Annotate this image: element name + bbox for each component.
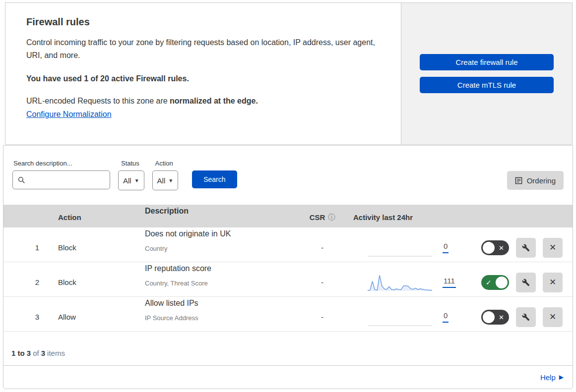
- table-footer: 1 to 3 of 3 items: [3, 332, 573, 365]
- create-mtls-rule-button[interactable]: Create mTLS rule: [420, 77, 554, 93]
- footer-range: 1 to 3: [11, 349, 31, 357]
- rule-activity-cell: 111: [343, 273, 473, 292]
- rule-description-cell: Allow listed IPsIP Source Address: [135, 297, 301, 325]
- rule-controls: ✕✕: [473, 238, 573, 258]
- wrench-icon: [522, 313, 530, 321]
- column-csr: CSR ⓘ: [301, 213, 343, 222]
- activity-sparkline: [367, 307, 433, 327]
- ordering-button[interactable]: Ordering: [507, 171, 564, 190]
- footer-total: 3: [41, 349, 45, 357]
- configure-rule-button[interactable]: [516, 273, 536, 292]
- page-title: Firewall rules: [26, 16, 380, 28]
- header-section: Firewall rules Control incoming traffic …: [5, 2, 573, 145]
- search-label: Search description...: [13, 160, 110, 167]
- rule-csr-value: -: [301, 313, 343, 321]
- column-activity: Activity last 24hr: [343, 213, 473, 222]
- rule-controls: ✓✕: [473, 273, 573, 292]
- rule-enabled-toggle[interactable]: ✕: [481, 310, 509, 325]
- status-filter-value: All: [123, 176, 131, 185]
- rule-controls: ✕✕: [473, 307, 573, 327]
- usage-summary: You have used 1 of 20 active Firewall ru…: [26, 74, 380, 83]
- rule-description: Does not originate in UK: [145, 227, 301, 240]
- toggle-knob: [483, 311, 495, 323]
- rule-activity-cell: 0: [343, 307, 473, 327]
- help-bar: Help ▶: [3, 365, 573, 389]
- ordering-list-icon: [515, 177, 522, 184]
- column-action: Action: [48, 213, 135, 222]
- action-filter-value: All: [157, 176, 166, 185]
- delete-rule-button[interactable]: ✕: [543, 273, 563, 292]
- rule-fields: Country, Threat Score: [145, 277, 301, 290]
- table-row: 1BlockDoes not originate in UKCountry-0✕…: [3, 227, 573, 262]
- activity-sparkline: [367, 238, 433, 258]
- activity-count-link[interactable]: 0: [443, 311, 448, 323]
- rule-action-value: Block: [48, 243, 135, 252]
- search-button[interactable]: Search: [192, 170, 237, 188]
- search-box: [12, 170, 110, 189]
- wrench-icon: [522, 279, 530, 286]
- normalization-bold: normalized at the edge.: [170, 97, 258, 105]
- close-icon: ✕: [549, 242, 556, 253]
- status-filter-select[interactable]: All ▼: [118, 170, 144, 190]
- action-filter-label: Action: [155, 160, 179, 167]
- footer-of: of: [33, 349, 39, 357]
- table-header: Action Description CSR ⓘ Activity last 2…: [3, 205, 573, 227]
- filter-bar: Search description... Status All ▼ Actio…: [3, 146, 573, 205]
- activity-count-link[interactable]: 111: [443, 277, 456, 288]
- wrench-icon: [522, 244, 530, 252]
- chevron-down-icon: ▼: [134, 178, 139, 183]
- close-icon: ✕: [549, 277, 556, 287]
- rule-enabled-toggle[interactable]: ✓: [481, 275, 509, 290]
- rule-action-value: Block: [48, 278, 135, 286]
- rule-action-value: Allow: [48, 313, 135, 321]
- action-filter-group: Action All ▼: [152, 160, 179, 190]
- table-row: 2BlockIP reputation scoreCountry, Threat…: [3, 262, 573, 297]
- close-icon: ✕: [549, 312, 556, 322]
- configure-rule-button[interactable]: [516, 238, 536, 258]
- actions-panel: Create firewall rule Create mTLS rule: [401, 3, 572, 144]
- configure-normalization-link[interactable]: Configure Normalization: [26, 110, 112, 118]
- toggle-knob: [496, 277, 508, 288]
- status-filter-group: Status All ▼: [118, 160, 144, 190]
- ordering-label: Ordering: [527, 176, 556, 185]
- intro-card: Firewall rules Control incoming traffic …: [5, 3, 401, 144]
- page-description: Control incoming traffic to your zone by…: [26, 36, 379, 62]
- configure-rule-button[interactable]: [516, 307, 536, 327]
- status-filter-label: Status: [121, 160, 144, 167]
- rule-description: IP reputation score: [145, 262, 301, 275]
- x-mark-icon: ✕: [499, 244, 504, 251]
- csr-label: CSR: [310, 213, 325, 222]
- rule-csr-value: -: [301, 243, 343, 252]
- x-mark-icon: ✕: [499, 314, 504, 320]
- toggle-knob: [483, 242, 495, 254]
- normalization-note: URL-encoded Requests to this zone are no…: [26, 97, 380, 106]
- rule-fields: Country: [145, 242, 301, 255]
- table-body: 1BlockDoes not originate in UKCountry-0✕…: [3, 227, 573, 332]
- help-link[interactable]: Help ▶: [540, 373, 564, 382]
- search-input[interactable]: [29, 175, 105, 184]
- check-mark-icon: ✓: [486, 279, 492, 286]
- delete-rule-button[interactable]: ✕: [543, 307, 563, 327]
- rule-csr-value: -: [301, 278, 343, 286]
- activity-count-link[interactable]: 0: [443, 242, 448, 253]
- arrow-right-icon: ▶: [559, 374, 564, 380]
- action-filter-select[interactable]: All ▼: [152, 170, 179, 190]
- column-description: Description: [135, 205, 301, 218]
- rule-priority: 1: [3, 243, 48, 252]
- activity-sparkline: [367, 273, 433, 292]
- rule-priority: 3: [3, 313, 48, 321]
- info-icon[interactable]: ⓘ: [328, 213, 335, 222]
- search-button-wrap: Search: [192, 170, 237, 188]
- search-icon: [18, 176, 25, 184]
- help-label: Help: [540, 373, 556, 382]
- chevron-down-icon: ▼: [168, 178, 173, 183]
- rule-description-cell: IP reputation scoreCountry, Threat Score: [135, 262, 301, 290]
- normalization-text: URL-encoded Requests to this zone are: [26, 97, 170, 105]
- rule-fields: IP Source Address: [145, 312, 301, 325]
- search-group: Search description...: [12, 160, 110, 189]
- rule-enabled-toggle[interactable]: ✕: [481, 240, 509, 255]
- footer-items: items: [47, 349, 65, 357]
- rule-description: Allow listed IPs: [145, 297, 301, 310]
- delete-rule-button[interactable]: ✕: [543, 238, 563, 258]
- create-firewall-rule-button[interactable]: Create firewall rule: [420, 54, 554, 70]
